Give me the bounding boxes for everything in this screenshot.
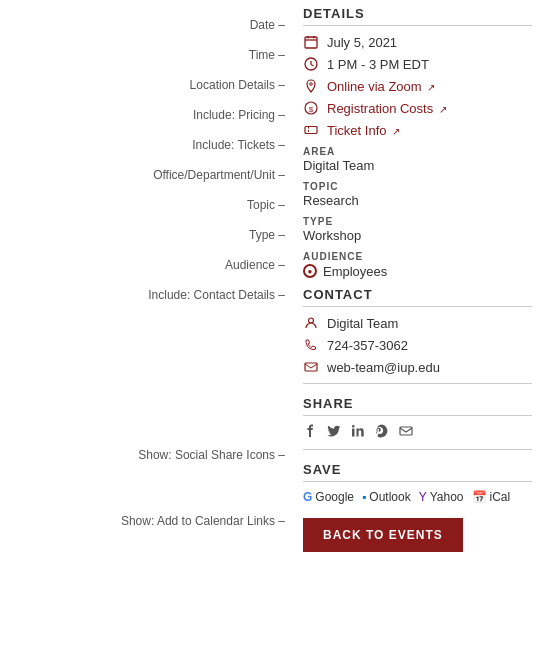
external-link-icon: ↗ (427, 82, 435, 93)
outlook-calendar-link[interactable]: ▪ Outlook (362, 490, 411, 504)
pinterest-icon[interactable] (375, 424, 389, 441)
share-divider (303, 383, 532, 384)
field-topic: Topic – (10, 190, 285, 220)
external-link-icon2: ↗ (439, 104, 447, 115)
yahoo-icon: Y (419, 490, 427, 504)
field-time: Time – (10, 40, 285, 70)
share-section: SHARE (303, 396, 532, 441)
clock-icon (303, 56, 319, 72)
field-audience: Audience – (10, 250, 285, 280)
outlook-icon: ▪ (362, 490, 366, 504)
area-value: Digital Team (303, 158, 532, 173)
save-links-group: G Google ▪ Outlook Y Yahoo 📅 iCal (303, 490, 532, 504)
field-label-time: Time – (249, 48, 285, 62)
audience-label: AUDIENCE (303, 251, 532, 262)
date-row: July 5, 2021 (303, 34, 532, 50)
pricing-row: $ Registration Costs ↗ (303, 100, 532, 116)
svg-line-6 (311, 65, 314, 67)
field-location: Location Details – (10, 70, 285, 100)
pricing-link[interactable]: Registration Costs ↗ (327, 101, 447, 116)
mail-icon[interactable] (399, 424, 413, 441)
facebook-icon[interactable] (303, 424, 317, 441)
contact-section: CONTACT Digital Team 724-357-3062 (303, 287, 532, 375)
share-title: SHARE (303, 396, 532, 416)
field-label-audience: Audience – (225, 258, 285, 272)
location-link[interactable]: Online via Zoom ↗ (327, 79, 435, 94)
field-office: Office/Department/Unit – (10, 160, 285, 190)
details-title: DETAILS (303, 6, 532, 26)
svg-point-12 (309, 318, 314, 323)
field-contact: Include: Contact Details – (10, 280, 285, 310)
svg-rect-16 (400, 427, 412, 435)
time-value: 1 PM - 3 PM EDT (327, 57, 429, 72)
svg-rect-0 (305, 37, 317, 48)
dollar-icon: $ (303, 100, 319, 116)
type-value: Workshop (303, 228, 532, 243)
social-icons-group (303, 424, 532, 441)
svg-rect-13 (305, 363, 317, 371)
tickets-row: Ticket Info ↗ (303, 122, 532, 138)
contact-name: Digital Team (327, 316, 398, 331)
contact-email: web-team@iup.edu (327, 360, 440, 375)
back-to-events-button[interactable]: BACK TO EVENTS (303, 518, 463, 552)
field-social: Show: Social Share Icons – (10, 440, 285, 470)
left-panel: Date – Time – Location Details – Include… (0, 0, 295, 562)
field-label-social: Show: Social Share Icons – (138, 448, 285, 462)
email-icon (303, 359, 319, 375)
svg-text:$: $ (309, 105, 314, 114)
contact-email-row: web-team@iup.edu (303, 359, 532, 375)
svg-point-7 (310, 83, 313, 86)
save-title: SAVE (303, 462, 532, 482)
contact-name-row: Digital Team (303, 315, 532, 331)
audience-row: ● Employees (303, 263, 532, 279)
contact-title: CONTACT (303, 287, 532, 307)
topic-section: TOPIC Research (303, 181, 532, 208)
time-row: 1 PM - 3 PM EDT (303, 56, 532, 72)
area-section: AREA Digital Team (303, 146, 532, 173)
area-label: AREA (303, 146, 532, 157)
phone-icon (303, 337, 319, 353)
ical-icon: 📅 (472, 490, 487, 504)
location-icon (303, 78, 319, 94)
twitter-icon[interactable] (327, 424, 341, 441)
field-calendar: Show: Add to Calendar Links – (10, 506, 285, 536)
field-label-calendar: Show: Add to Calendar Links – (121, 514, 285, 528)
google-icon: G (303, 490, 312, 504)
ticket-icon (303, 122, 319, 138)
save-divider (303, 449, 532, 450)
field-type: Type – (10, 220, 285, 250)
field-label-type: Type – (249, 228, 285, 242)
ical-calendar-link[interactable]: 📅 iCal (472, 490, 511, 504)
topic-value: Research (303, 193, 532, 208)
linkedin-icon[interactable] (351, 424, 365, 441)
user-icon: ● (303, 264, 317, 278)
person-icon (303, 315, 319, 331)
field-label-pricing: Include: Pricing – (193, 108, 285, 122)
save-section: SAVE G Google ▪ Outlook Y Yahoo 📅 iCal (303, 462, 532, 504)
contact-phone: 724-357-3062 (327, 338, 408, 353)
field-pricing: Include: Pricing – (10, 100, 285, 130)
svg-rect-10 (305, 127, 317, 134)
field-tickets: Include: Tickets – (10, 130, 285, 160)
field-label-tickets: Include: Tickets – (192, 138, 285, 152)
audience-section: AUDIENCE ● Employees (303, 251, 532, 279)
google-calendar-link[interactable]: G Google (303, 490, 354, 504)
field-label-office: Office/Department/Unit – (153, 168, 285, 182)
field-label-contact: Include: Contact Details – (148, 288, 285, 302)
svg-point-15 (352, 425, 355, 428)
audience-value: Employees (323, 264, 387, 279)
contact-phone-row: 724-357-3062 (303, 337, 532, 353)
field-date: Date – (10, 10, 285, 40)
location-row: Online via Zoom ↗ (303, 78, 532, 94)
field-label-topic: Topic – (247, 198, 285, 212)
right-panel: DETAILS July 5, 2021 (295, 0, 542, 562)
date-value: July 5, 2021 (327, 35, 397, 50)
external-link-icon3: ↗ (392, 126, 400, 137)
type-section: TYPE Workshop (303, 216, 532, 243)
calendar-icon (303, 34, 319, 50)
field-label-date: Date – (250, 18, 285, 32)
field-label-location: Location Details – (190, 78, 285, 92)
yahoo-calendar-link[interactable]: Y Yahoo (419, 490, 464, 504)
topic-label: TOPIC (303, 181, 532, 192)
tickets-link[interactable]: Ticket Info ↗ (327, 123, 400, 138)
